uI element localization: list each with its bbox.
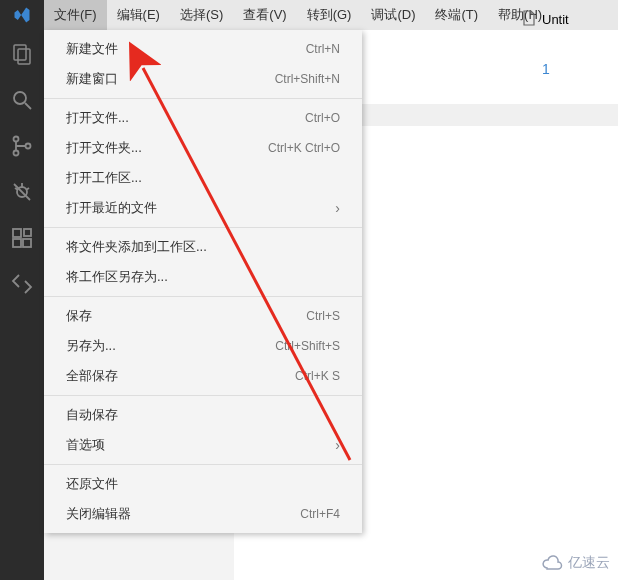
watermark: 亿速云 — [540, 554, 610, 572]
explorer-icon[interactable] — [10, 42, 34, 66]
shortcut: Ctrl+O — [305, 111, 340, 125]
menu-new-window[interactable]: 新建窗口 Ctrl+Shift+N — [44, 64, 362, 94]
menu-separator — [44, 464, 362, 465]
chevron-right-icon: › — [335, 200, 340, 216]
menu-item-label: 保存 — [66, 307, 92, 325]
svg-rect-13 — [13, 239, 21, 247]
menu-save[interactable]: 保存 Ctrl+S — [44, 301, 362, 331]
menu-terminal[interactable]: 终端(T) — [425, 0, 488, 30]
cloud-icon — [540, 555, 564, 571]
menu-item-label: 自动保存 — [66, 406, 118, 424]
menu-save-all[interactable]: 全部保存 Ctrl+K S — [44, 361, 362, 391]
svg-rect-15 — [24, 229, 31, 236]
menu-item-label: 还原文件 — [66, 475, 118, 493]
svg-point-6 — [26, 144, 31, 149]
extensions-icon[interactable] — [10, 226, 34, 250]
menu-file[interactable]: 文件(F) — [44, 0, 107, 30]
menu-open-recent[interactable]: 打开最近的文件 › — [44, 193, 362, 223]
menu-preferences[interactable]: 首选项 › — [44, 430, 362, 460]
shortcut: Ctrl+Shift+S — [275, 339, 340, 353]
menu-auto-save[interactable]: 自动保存 — [44, 400, 362, 430]
activity-bar — [0, 30, 44, 580]
document-icon — [522, 10, 536, 29]
debug-icon[interactable] — [10, 180, 34, 204]
menu-add-folder-workspace[interactable]: 将文件夹添加到工作区... — [44, 232, 362, 262]
vscode-app-icon — [0, 0, 44, 30]
menu-view[interactable]: 查看(V) — [233, 0, 296, 30]
menu-item-label: 新建窗口 — [66, 70, 118, 88]
svg-point-4 — [14, 137, 19, 142]
menu-save-workspace-as[interactable]: 将工作区另存为... — [44, 262, 362, 292]
menu-new-file[interactable]: 新建文件 Ctrl+N — [44, 34, 362, 64]
menu-revert-file[interactable]: 还原文件 — [44, 469, 362, 499]
menu-separator — [44, 98, 362, 99]
menu-item-label: 新建文件 — [66, 40, 118, 58]
shortcut: Ctrl+Shift+N — [275, 72, 340, 86]
chevron-right-icon: › — [335, 437, 340, 453]
menu-item-label: 另存为... — [66, 337, 116, 355]
menu-select[interactable]: 选择(S) — [170, 0, 233, 30]
shortcut: Ctrl+F4 — [300, 507, 340, 521]
menu-edit[interactable]: 编辑(E) — [107, 0, 170, 30]
shortcut: Ctrl+N — [306, 42, 340, 56]
menu-close-editor[interactable]: 关闭编辑器 Ctrl+F4 — [44, 499, 362, 529]
menu-separator — [44, 227, 362, 228]
menu-separator — [44, 296, 362, 297]
menu-item-label: 打开文件夹... — [66, 139, 142, 157]
shortcut: Ctrl+K S — [295, 369, 340, 383]
menu-open-file[interactable]: 打开文件... Ctrl+O — [44, 103, 362, 133]
editor-tab-untitled[interactable]: Untit — [512, 4, 579, 35]
svg-line-3 — [25, 103, 31, 109]
shortcut: Ctrl+K Ctrl+O — [268, 141, 340, 155]
menu-item-label: 打开文件... — [66, 109, 129, 127]
svg-rect-14 — [23, 239, 31, 247]
menu-item-label: 将工作区另存为... — [66, 268, 168, 286]
menu-item-label: 打开最近的文件 — [66, 199, 157, 217]
file-menu-dropdown: 新建文件 Ctrl+N 新建窗口 Ctrl+Shift+N 打开文件... Ct… — [44, 30, 362, 533]
more-icon[interactable] — [10, 272, 34, 296]
search-icon[interactable] — [10, 88, 34, 112]
watermark-text: 亿速云 — [568, 554, 610, 572]
menu-save-as[interactable]: 另存为... Ctrl+Shift+S — [44, 331, 362, 361]
svg-point-5 — [14, 151, 19, 156]
svg-rect-0 — [14, 45, 26, 60]
svg-rect-12 — [13, 229, 21, 237]
svg-rect-1 — [18, 49, 30, 64]
menu-open-folder[interactable]: 打开文件夹... Ctrl+K Ctrl+O — [44, 133, 362, 163]
line-number: 1 — [542, 61, 550, 77]
shortcut: Ctrl+S — [306, 309, 340, 323]
svg-point-2 — [14, 92, 26, 104]
menu-item-label: 将文件夹添加到工作区... — [66, 238, 207, 256]
menu-item-label: 全部保存 — [66, 367, 118, 385]
menu-open-workspace[interactable]: 打开工作区... — [44, 163, 362, 193]
menu-item-label: 打开工作区... — [66, 169, 142, 187]
menu-debug[interactable]: 调试(D) — [361, 0, 425, 30]
source-control-icon[interactable] — [10, 134, 34, 158]
menu-goto[interactable]: 转到(G) — [297, 0, 362, 30]
menu-separator — [44, 395, 362, 396]
menu-item-label: 首选项 — [66, 436, 105, 454]
tab-label: Untit — [542, 12, 569, 27]
menu-item-label: 关闭编辑器 — [66, 505, 131, 523]
